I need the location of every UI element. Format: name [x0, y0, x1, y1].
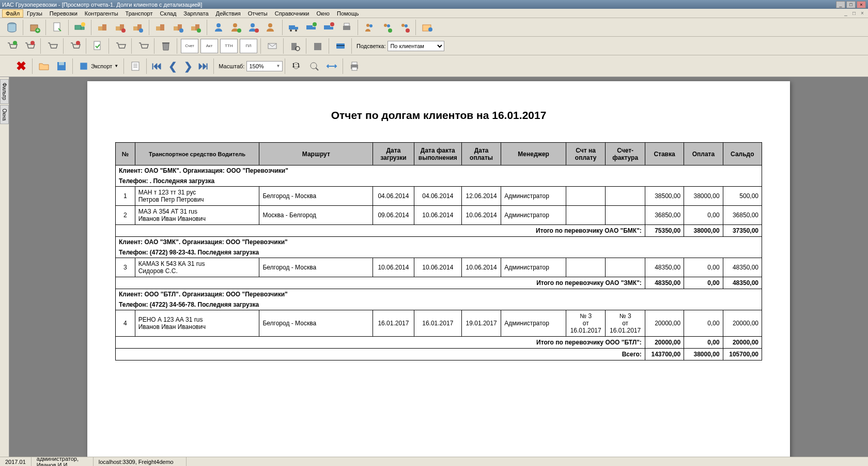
- building-search-icon[interactable]: [286, 38, 304, 54]
- svg-point-44: [384, 24, 387, 27]
- cart-icon-1[interactable]: [43, 38, 61, 54]
- svg-rect-16: [156, 26, 160, 31]
- zoom-11-icon[interactable]: 1:1: [288, 58, 305, 74]
- menu-help[interactable]: Помощь: [333, 9, 363, 18]
- svg-rect-60: [314, 43, 321, 50]
- status-year: 2017.01: [0, 457, 32, 466]
- svg-rect-8: [98, 26, 102, 31]
- cart-icon-3[interactable]: [112, 38, 129, 54]
- group-phone: Телефон: (4722) 98-23-43. Последняя загр…: [116, 247, 762, 258]
- table-row: 2МАЗ А 354 АТ 31 rus Иванов Иван Иванови…: [116, 206, 762, 225]
- sidetab-filter[interactable]: Фильтр: [0, 79, 9, 104]
- cart-add-icon[interactable]: [3, 38, 21, 54]
- svg-rect-17: [160, 24, 164, 31]
- boxes-icon-6[interactable]: [187, 19, 205, 36]
- menu-counterparties[interactable]: Контрагенты: [81, 9, 122, 18]
- menu-reports[interactable]: Отчеты: [244, 9, 271, 18]
- autoscale-icon[interactable]: [323, 58, 340, 74]
- people-icon-2[interactable]: [378, 19, 396, 36]
- mdi-minimize-button[interactable]: _: [842, 10, 849, 17]
- svg-point-47: [401, 24, 405, 27]
- nav-prev-button[interactable]: ❮: [165, 58, 180, 74]
- menu-window[interactable]: Окно: [313, 9, 333, 18]
- cart-icon-2[interactable]: [66, 38, 84, 54]
- svg-rect-34: [306, 25, 313, 29]
- nav-next-button[interactable]: ❯: [180, 58, 196, 74]
- svg-point-51: [428, 27, 432, 32]
- people-icon-1[interactable]: [361, 19, 378, 36]
- svg-point-39: [330, 22, 334, 26]
- truck-money-icon[interactable]: [71, 19, 89, 36]
- th-num: №: [116, 143, 135, 166]
- menu-warehouse[interactable]: Склад: [157, 9, 180, 18]
- cart-icon-4[interactable]: [134, 38, 152, 54]
- menu-transport-ops[interactable]: Перевозки: [46, 9, 81, 18]
- doc-type-ttn[interactable]: ТТН: [220, 39, 238, 53]
- status-bar: 2017.01 администратор, Иванов И.И. local…: [0, 457, 868, 466]
- table-row: 4РЕНО А 123 АА 31 rus Иванов Иван Иванов…: [116, 310, 762, 337]
- nav-first-button[interactable]: ⏮: [149, 58, 165, 74]
- open-folder-icon[interactable]: [35, 58, 53, 74]
- highlight-label: Подсветка:: [357, 43, 385, 49]
- menu-refs[interactable]: Справочники: [271, 9, 313, 18]
- doc-type-pl[interactable]: ПЛ: [240, 39, 257, 53]
- boxes-icon-2[interactable]: [112, 19, 129, 36]
- person-icon-3[interactable]: [245, 19, 262, 36]
- box-add-icon[interactable]: +: [26, 19, 43, 36]
- svg-rect-5: [75, 25, 81, 29]
- doc-arrow-icon[interactable]: [49, 19, 66, 36]
- database-icon[interactable]: [3, 19, 21, 36]
- truck-icon-3[interactable]: [320, 19, 338, 36]
- menu-cargo[interactable]: Грузы: [23, 9, 46, 18]
- doc-check-icon[interactable]: [89, 38, 106, 54]
- svg-rect-56: [162, 42, 169, 43]
- print-icon[interactable]: [338, 19, 355, 36]
- maximize-button[interactable]: □: [846, 1, 856, 8]
- menu-file[interactable]: Файл: [2, 9, 23, 18]
- minimize-button[interactable]: _: [836, 1, 845, 8]
- secondary-toolbar: Счет Акт ТТН ПЛ Подсветка: По клиентам: [0, 37, 868, 55]
- report-viewport[interactable]: Отчет по долгам клиентов на 16.01.2017 №…: [9, 77, 868, 457]
- svg-point-42: [366, 24, 369, 27]
- truck-icon-2[interactable]: [303, 19, 320, 36]
- mdi-restore-button[interactable]: □: [850, 10, 858, 17]
- nav-last-button[interactable]: ⏭: [196, 58, 211, 74]
- sidetab-windows[interactable]: Окна: [0, 105, 9, 124]
- highlight-select[interactable]: По клиентам: [388, 41, 444, 51]
- page-list-icon[interactable]: [127, 58, 144, 74]
- close-button[interactable]: ×: [857, 1, 866, 8]
- boxes-icon-1[interactable]: [94, 19, 112, 36]
- person-icon-2[interactable]: [227, 19, 245, 36]
- export-button[interactable]: Экспорт▼: [75, 58, 121, 74]
- zoom-combo[interactable]: 150%▼: [246, 61, 283, 71]
- person-icon-4[interactable]: [262, 19, 280, 36]
- group-phone: Телефон: . Последняя загрузка: [116, 176, 762, 187]
- menu-bar: Файл Грузы Перевозки Контрагенты Транспо…: [0, 9, 868, 18]
- save-icon[interactable]: [53, 58, 70, 74]
- menu-salary[interactable]: Зарплата: [180, 9, 212, 18]
- print-report-icon[interactable]: [346, 58, 363, 74]
- trash-icon[interactable]: [157, 38, 175, 54]
- svg-point-49: [406, 28, 410, 33]
- boxes-icon-5[interactable]: [169, 19, 187, 36]
- close-report-button[interactable]: ✖: [12, 58, 30, 74]
- menu-actions[interactable]: Действия: [212, 9, 244, 18]
- boxes-icon-4[interactable]: [152, 19, 169, 36]
- menu-transport[interactable]: Транспорт: [122, 9, 157, 18]
- truck-icon-1[interactable]: [285, 19, 303, 36]
- status-user: администратор, Иванов И.И.: [32, 457, 94, 466]
- doc-type-schet[interactable]: Счет: [181, 39, 198, 53]
- building-icon[interactable]: [309, 38, 327, 54]
- mdi-close-button[interactable]: ×: [859, 10, 866, 17]
- svg-point-46: [388, 28, 392, 33]
- person-icon-1[interactable]: [210, 19, 227, 36]
- mail-icon[interactable]: [264, 38, 281, 54]
- cart-remove-icon[interactable]: [21, 38, 38, 54]
- people-icon-3[interactable]: [396, 19, 413, 36]
- card-icon[interactable]: [332, 38, 349, 54]
- boxes-icon-3[interactable]: [129, 19, 147, 36]
- doc-type-akt[interactable]: Акт: [200, 39, 218, 53]
- folder-person-icon[interactable]: [419, 19, 436, 36]
- svg-rect-30: [289, 25, 295, 29]
- zoom-fit-icon[interactable]: [305, 58, 323, 74]
